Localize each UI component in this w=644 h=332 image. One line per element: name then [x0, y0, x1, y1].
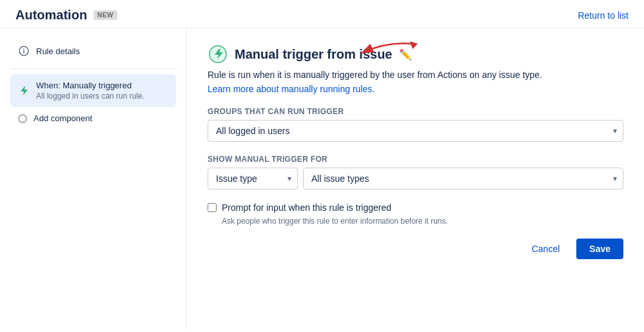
info-circle-icon — [18, 45, 30, 57]
add-component-label: Add component — [34, 113, 92, 123]
filter-value-select[interactable]: All issue types — [303, 168, 623, 190]
show-trigger-label: Show manual trigger for — [208, 155, 623, 164]
sidebar-item-rule-details[interactable]: Rule details — [10, 39, 176, 63]
sidebar-divider — [10, 68, 176, 69]
learn-more-link[interactable]: Learn more about manually running rules. — [208, 84, 375, 94]
content-area: Manual trigger from issue ✏️ Rule is run… — [187, 28, 644, 329]
trigger-icon — [208, 44, 228, 64]
content-header: Manual trigger from issue ✏️ — [208, 44, 623, 64]
prompt-checkbox[interactable] — [208, 203, 217, 212]
svg-point-2 — [23, 48, 24, 50]
show-trigger-row: Issue type ▾ All issue types ▾ — [208, 168, 623, 190]
circle-dot-icon — [18, 114, 27, 123]
sidebar: Rule details When: Manually triggered Al… — [0, 28, 187, 329]
actions-row: Cancel Save — [208, 239, 623, 259]
groups-select-wrapper: All logged in users ▾ — [208, 120, 623, 142]
prompt-label[interactable]: Prompt for input when this rule is trigg… — [222, 202, 391, 213]
sidebar-item-when-triggered[interactable]: When: Manually triggered All logged in u… — [10, 74, 176, 107]
cancel-button[interactable]: Cancel — [522, 239, 571, 259]
app-header: Automation NEW Return to list — [0, 0, 644, 28]
header-left: Automation NEW — [15, 8, 117, 23]
edit-icon[interactable]: ✏️ — [399, 48, 412, 61]
content-description: Rule is run when it is manually triggere… — [208, 70, 623, 80]
filter-value-select-wrapper: All issue types ▾ — [303, 168, 623, 190]
save-button[interactable]: Save — [576, 239, 623, 259]
add-component-item[interactable]: Add component — [10, 107, 176, 130]
sidebar-item-when-triggered-sublabel: All logged in users can run rule. — [36, 92, 144, 101]
groups-select[interactable]: All logged in users — [208, 120, 623, 142]
groups-label: Groups that can run trigger — [208, 107, 623, 116]
main-layout: Rule details When: Manually triggered Al… — [0, 28, 644, 329]
lightning-icon — [18, 85, 30, 97]
content-title: Manual trigger from issue — [235, 47, 393, 62]
filter-type-select-wrapper: Issue type ▾ — [208, 168, 298, 190]
filter-type-select[interactable]: Issue type — [208, 168, 298, 190]
prompt-checkbox-row: Prompt for input when this rule is trigg… — [208, 202, 623, 213]
sidebar-item-when-triggered-label: When: Manually triggered — [36, 81, 144, 90]
prompt-sublabel: Ask people who trigger this rule to ente… — [222, 217, 623, 226]
app-title: Automation — [15, 8, 87, 23]
sidebar-item-rule-details-label: Rule details — [36, 46, 80, 56]
return-to-list-link[interactable]: Return to list — [578, 10, 629, 21]
new-badge: NEW — [93, 10, 117, 20]
sidebar-item-when-triggered-content: When: Manually triggered All logged in u… — [36, 81, 144, 101]
